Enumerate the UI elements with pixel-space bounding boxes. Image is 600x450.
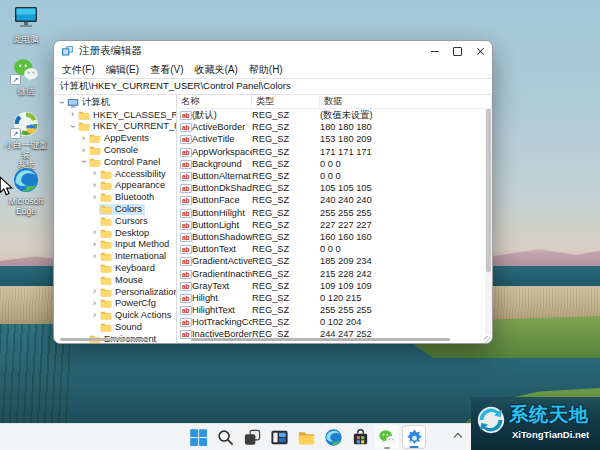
chevron-right-icon[interactable]: ›	[90, 252, 99, 261]
tree-item-Cursors[interactable]: Cursors	[54, 215, 176, 227]
value-type: REG_SZ	[252, 293, 320, 303]
taskbar-file-explorer-icon[interactable]	[294, 425, 318, 449]
tree-node-box: Console	[88, 145, 141, 156]
resize-grip[interactable]	[484, 336, 491, 343]
registry-value-row[interactable]: abHotTrackingCo...REG_SZ0 102 204	[177, 316, 492, 328]
close-button[interactable]	[469, 42, 492, 60]
registry-value-row[interactable]: abButtonTextREG_SZ0 0 0	[177, 243, 492, 255]
registry-value-row[interactable]: abGradientInactiv...REG_SZ215 228 242	[177, 267, 492, 279]
chevron-right-icon[interactable]: ›	[90, 311, 99, 320]
scrollbar-thumb[interactable]	[486, 109, 491, 272]
folder-icon	[100, 298, 112, 308]
taskbar-store-icon[interactable]	[348, 425, 372, 449]
chevron-right-icon[interactable]: ›	[90, 193, 99, 202]
menu-item-2[interactable]: 查看(V)	[150, 63, 183, 77]
registry-value-row[interactable]: abAppWorkspaceREG_SZ171 171 171	[177, 146, 492, 158]
chevron-right-icon[interactable]: ›	[90, 240, 99, 249]
tree-node-box: PowerCfg	[99, 298, 159, 309]
minimize-button[interactable]	[423, 42, 446, 60]
menu-item-1[interactable]: 编辑(E)	[106, 63, 139, 77]
tree-item-Sound[interactable]: Sound	[54, 321, 176, 333]
tree-item-Input-Method[interactable]: ›Input Method	[54, 239, 176, 251]
taskbar-active-app-icon[interactable]	[402, 425, 426, 449]
chevron-right-icon[interactable]: ›	[90, 299, 99, 308]
tree-node-box: Control Panel	[88, 156, 163, 167]
chevron-right-icon[interactable]: ›	[90, 287, 99, 296]
registry-value-row[interactable]: abActiveTitleREG_SZ153 180 209	[177, 133, 492, 145]
address-bar[interactable]: 计算机\HKEY_CURRENT_USER\Control Panel\Colo…	[54, 78, 492, 95]
column-header-name[interactable]: 名称	[177, 95, 252, 108]
value-type: REG_SZ	[252, 159, 320, 169]
chevron-down-icon[interactable]: ›	[79, 157, 88, 166]
registry-app-icon	[61, 45, 74, 58]
tree-item-Keyboard[interactable]: Keyboard	[54, 262, 176, 274]
value-name: ActiveBorder	[192, 122, 252, 132]
tree-item-Colors[interactable]: Colors	[54, 203, 176, 215]
registry-value-row[interactable]: abGradientActive...REG_SZ185 209 234	[177, 255, 492, 267]
registry-value-row[interactable]: abGrayTextREG_SZ109 109 109	[177, 280, 492, 292]
tree-item-Bluetooth[interactable]: ›Bluetooth	[54, 191, 176, 203]
menu-item-4[interactable]: 帮助(H)	[249, 63, 283, 77]
wechat-icon: ↗	[12, 56, 40, 84]
tree-item-Appearance[interactable]: ›Appearance	[54, 180, 176, 192]
taskbar-start-icon[interactable]	[186, 425, 210, 449]
tree-horizontal-scrollbar[interactable]	[60, 338, 148, 341]
chevron-right-icon[interactable]: ›	[79, 146, 88, 155]
tree-item-International[interactable]: ›International	[54, 250, 176, 262]
registry-value-row[interactable]: abButtonLightREG_SZ227 227 227	[177, 219, 492, 231]
chevron-right-icon[interactable]: ›	[90, 228, 99, 237]
tree-item-AppEvents[interactable]: ›AppEvents	[54, 132, 176, 144]
registry-value-row[interactable]: abButtonFaceREG_SZ240 240 240	[177, 194, 492, 206]
tree-item-label: Bluetooth	[115, 192, 154, 202]
registry-value-row[interactable]: abHilightTextREG_SZ255 255 255	[177, 304, 492, 316]
chevron-down-icon[interactable]: ›	[68, 122, 77, 131]
taskbar-search-icon[interactable]	[213, 425, 237, 449]
chevron-right-icon[interactable]: ›	[68, 110, 77, 119]
registry-value-row[interactable]: abBackgroundREG_SZ0 0 0	[177, 158, 492, 170]
tree-item-Accessibility[interactable]: ›Accessibility	[54, 168, 176, 180]
registry-value-row[interactable]: abButtonHilightREG_SZ255 255 255	[177, 207, 492, 219]
chevron-right-icon[interactable]: ›	[90, 181, 99, 190]
registry-value-row[interactable]: ab(默认)REG_SZ(数值未设置)	[177, 109, 492, 121]
taskbar-edge-icon[interactable]	[321, 425, 345, 449]
chevron-down-icon[interactable]: ›	[57, 98, 66, 107]
column-header-type[interactable]: 类型	[252, 95, 320, 108]
registry-value-row[interactable]: abButtonAlternat...REG_SZ0 0 0	[177, 170, 492, 182]
watermark-swirl-logo-icon	[475, 404, 507, 436]
desktop-icon-wechat[interactable]: ↗微信	[2, 56, 50, 96]
registry-value-row[interactable]: abButtonDkShad...REG_SZ105 105 105	[177, 182, 492, 194]
vertical-scrollbar[interactable]	[485, 108, 492, 335]
desktop-icon-this-pc[interactable]: 此电脑	[2, 4, 50, 44]
value-name: Background	[192, 159, 252, 169]
registry-value-row[interactable]: abActiveBorderREG_SZ180 180 180	[177, 121, 492, 133]
registry-value-row[interactable]: abButtonShadowREG_SZ160 160 160	[177, 231, 492, 243]
maximize-button[interactable]	[446, 42, 469, 60]
chevron-right-icon[interactable]: ›	[79, 134, 88, 143]
taskbar-task-view-icon[interactable]	[240, 425, 264, 449]
chevron-right-icon[interactable]: ›	[90, 169, 99, 178]
tree-item-Personalization[interactable]: ›Personalization	[54, 286, 176, 298]
registry-value-row[interactable]: abHilightREG_SZ0 120 215	[177, 292, 492, 304]
list-horizontal-scrollbar[interactable]	[191, 338, 450, 341]
desktop-icon-label: 微信	[18, 86, 35, 96]
taskbar-widgets-icon[interactable]	[267, 425, 291, 449]
menu-item-0[interactable]: 文件(F)	[62, 63, 95, 77]
window-title: 注册表编辑器	[79, 44, 423, 58]
tree-item-label: Cursors	[115, 216, 148, 226]
menu-item-3[interactable]: 收藏夹(A)	[194, 63, 237, 77]
tree-item-Console[interactable]: ›Console	[54, 144, 176, 156]
tree-item-Mouse[interactable]: Mouse	[54, 274, 176, 286]
taskbar-wechat-icon[interactable]	[375, 425, 399, 449]
hidden-icons-chevron-icon[interactable]	[454, 432, 461, 439]
tree-item-Quick-Actions[interactable]: ›Quick Actions	[54, 309, 176, 321]
tree-item-Desktop[interactable]: ›Desktop	[54, 227, 176, 239]
column-header-data[interactable]: 数据	[320, 95, 492, 108]
tree-item-PowerCfg[interactable]: ›PowerCfg	[54, 298, 176, 310]
tree-item-HKEY_CLASSES_ROOT[interactable]: ›HKEY_CLASSES_ROOT	[54, 109, 176, 121]
tree-item-计算机[interactable]: ›计算机	[54, 97, 176, 109]
value-data: 215 228 242	[320, 269, 492, 279]
desktop: 此电脑↗微信↗小白一键重装系统MicrosoftEdge 注册表编辑器 文件(F…	[0, 0, 600, 450]
desktop-icon-xiaobai-reinstall[interactable]: ↗小白一键重装系统	[2, 110, 50, 170]
tree-item-HKEY_CURRENT_USER[interactable]: ›HKEY_CURRENT_USER	[54, 121, 176, 133]
tree-item-Control-Panel[interactable]: ›Control Panel	[54, 156, 176, 168]
